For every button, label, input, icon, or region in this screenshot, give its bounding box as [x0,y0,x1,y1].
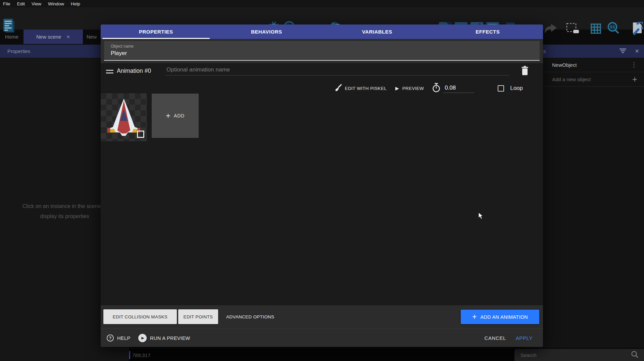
tab-home[interactable]: Home [0,30,23,44]
edit-points-button[interactable]: EDIT POINTS [178,309,218,324]
search-input[interactable] [521,352,631,358]
object-editor-dialog: PROPERTIES BEHAVIORS VARIABLES EFFECTS O… [101,24,543,347]
advanced-options-button[interactable]: ADVANCED OPTIONS [226,309,274,324]
time-between-frames-input[interactable] [443,84,474,93]
delete-animation-icon[interactable] [521,66,529,77]
search-icon[interactable] [631,351,639,360]
loop-checkbox[interactable] [498,85,504,92]
tab-close-icon[interactable]: ✕ [66,34,70,40]
brush-icon [334,84,342,93]
menu-edit[interactable]: Edit [17,1,25,6]
stopwatch-icon [432,83,441,94]
tab-new-scene[interactable]: New scene ✕ [23,30,83,44]
menu-view[interactable]: View [32,1,41,6]
object-name-input[interactable] [111,50,379,57]
menu-help[interactable]: Help [71,1,80,6]
help-button[interactable]: ? HELP [107,329,130,347]
spaceship-sprite [107,98,141,137]
plus-icon: + [166,111,170,120]
dialog-tab-effects[interactable]: EFFECTS [433,24,543,39]
edit-collision-masks-button[interactable]: EDIT COLLISION MASKS [103,309,177,324]
filter-icon[interactable] [620,48,626,54]
object-menu-icon[interactable]: ⋮ [631,61,637,68]
dialog-tab-behaviors[interactable]: BEHAVIORS [211,24,322,39]
plus-icon: + [472,312,477,321]
object-name-field-label: Object name [111,44,134,49]
object-name-field: Object name [104,41,540,61]
tab-new-scene-label: New scene [36,34,61,40]
dialog-tab-properties[interactable]: PROPERTIES [101,24,211,39]
animations-list: Animation #0 EDIT WITH PISKEL ▶ PREVIEW [101,63,543,305]
status-caret [129,351,130,359]
cursor-coordinates: 789;317 [132,352,150,358]
add-animation-label: ADD AN ANIMATION [481,314,528,320]
edit-with-piskel-button[interactable]: EDIT WITH PISKEL [345,86,387,91]
run-preview-icon: ▶ [138,334,147,342]
dialog-tab-variables[interactable]: VARIABLES [322,24,433,39]
dialog-tab-bar: PROPERTIES BEHAVIORS VARIABLES EFFECTS [101,24,543,39]
animation-title: Animation #0 [117,67,151,74]
animation-preview-button[interactable]: PREVIEW [402,86,424,91]
scene-status-bar: 789;317 [129,349,514,361]
animation-name-input[interactable] [166,66,509,75]
loop-label: Loop [510,85,523,92]
animation-controls: EDIT WITH PISKEL ▶ PREVIEW Loop [334,82,523,95]
apply-button[interactable]: APPLY [516,329,533,347]
add-frame-label: ADD [174,113,185,118]
object-name-label: NewObject [552,62,577,68]
mouse-cursor [478,212,485,221]
menu-file[interactable]: File [3,1,10,6]
add-object-label: Add a new object [552,76,591,82]
help-icon: ? [107,334,114,342]
dialog-footer: ? HELP ▶ RUN A PREVIEW CANCEL APPLY [101,328,543,347]
drag-handle-icon[interactable] [106,70,113,75]
sprite-frame-thumbnail[interactable] [101,93,147,141]
cancel-button[interactable]: CANCEL [485,329,506,347]
plus-icon[interactable]: + [632,74,637,85]
objects-search-bar [514,349,644,361]
menu-window[interactable]: Window [48,1,64,6]
add-frame-button[interactable]: + ADD [152,94,199,138]
frame-selection-indicator[interactable] [137,131,144,138]
add-animation-button[interactable]: + ADD AN ANIMATION [461,310,539,324]
objects-panel-close-icon[interactable]: ✕ [635,48,639,54]
menu-bar: File Edit View Window Help [0,0,644,7]
play-icon: ▶ [395,86,399,91]
svg-text:1:1: 1:1 [610,25,615,29]
run-preview-button[interactable]: ▶ RUN A PREVIEW [138,329,190,347]
